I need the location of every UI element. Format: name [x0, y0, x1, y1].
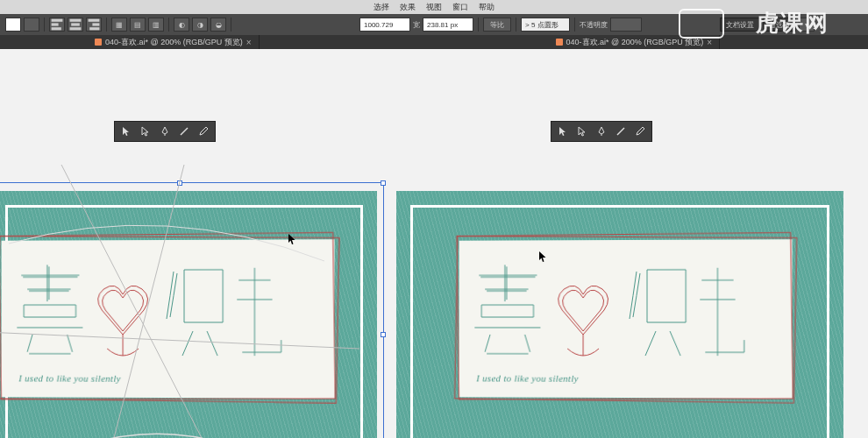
- artwork-background: I used to like you silently: [0, 191, 377, 438]
- svg-line-26: [182, 331, 193, 356]
- floating-toolbar-right[interactable]: [551, 121, 652, 142]
- width-field[interactable]: 238.81 px: [423, 18, 473, 32]
- fill-swatch[interactable]: [5, 18, 21, 32]
- align-right-icon[interactable]: [86, 18, 102, 32]
- width-label: 宽: [413, 20, 420, 30]
- artwork-card: I used to like you silently: [2, 239, 335, 399]
- align-center-icon[interactable]: [68, 18, 83, 32]
- svg-rect-8: [89, 27, 99, 30]
- tool-icon[interactable]: ▥: [148, 18, 164, 32]
- document-tab-right[interactable]: 040-喜欢.ai* @ 200% (RGB/GPU 预览) ×: [549, 35, 721, 49]
- direct-select-icon[interactable]: [139, 125, 152, 138]
- selection-handle[interactable]: [381, 332, 386, 337]
- tool-icon[interactable]: ◑: [192, 18, 208, 32]
- artwork-characters: [17, 265, 288, 362]
- opacity-label: 不透明度: [580, 20, 608, 30]
- artwork-subtitle: I used to like you silently: [18, 373, 121, 384]
- dropdown-icon[interactable]: ▾: [799, 18, 815, 32]
- brush-tool-icon[interactable]: [178, 125, 190, 138]
- brush-field[interactable]: > 5 点圆形: [521, 18, 570, 32]
- svg-rect-3: [70, 19, 82, 22]
- separator: [106, 18, 107, 32]
- separator: [168, 18, 169, 32]
- pencil-tool-icon[interactable]: [634, 125, 646, 138]
- selection-tool-icon[interactable]: [120, 125, 132, 138]
- separator: [478, 18, 479, 32]
- pencil-tool-icon[interactable]: [197, 125, 210, 138]
- tool-icon[interactable]: ◐: [174, 18, 189, 32]
- separator: [574, 18, 575, 32]
- selection-handle[interactable]: [177, 180, 182, 186]
- separator: [231, 18, 231, 32]
- options-bar: ▦ ▤ ▥ ◐ ◑ ◒ 1000.729 宽 238.81 px 等比 > 5 …: [0, 14, 868, 35]
- x-coord-field[interactable]: 1000.729: [359, 18, 410, 32]
- artwork-subtitle: I used to like you silently: [476, 373, 579, 384]
- align-mode-button[interactable]: 等比: [483, 18, 511, 32]
- svg-rect-2: [52, 27, 61, 30]
- tab-label: 040-喜欢.ai* @ 200% (RGB/GPU 预览): [566, 37, 704, 48]
- document-tab-left[interactable]: 040-喜欢.ai* @ 200% (RGB/GPU 预览) ×: [88, 35, 260, 49]
- selection-handle[interactable]: [381, 180, 386, 186]
- align-left-icon[interactable]: [49, 18, 65, 32]
- svg-rect-4: [71, 23, 80, 25]
- menu-effect[interactable]: 效果: [400, 2, 416, 13]
- file-icon: [556, 39, 563, 46]
- svg-rect-7: [92, 23, 99, 25]
- tool-icon[interactable]: ◒: [210, 18, 226, 32]
- svg-line-54: [670, 331, 680, 356]
- menu-view[interactable]: 视图: [426, 2, 442, 13]
- stroke-swatch[interactable]: [24, 18, 39, 32]
- separator: [516, 18, 516, 32]
- canvas-workspace[interactable]: I used to like you silently: [0, 49, 868, 438]
- direct-select-icon[interactable]: [576, 125, 588, 138]
- svg-line-27: [207, 331, 217, 356]
- artwork-background: I used to like you silently: [396, 191, 843, 438]
- svg-rect-6: [89, 19, 100, 22]
- document-tabs: 040-喜欢.ai* @ 200% (RGB/GPU 预览) × 040-喜欢.…: [0, 35, 868, 49]
- tool-icon[interactable]: ▦: [111, 18, 127, 32]
- svg-line-53: [645, 331, 656, 356]
- artwork-left-view[interactable]: I used to like you silently: [0, 191, 377, 438]
- tool-icon[interactable]: ▤: [130, 18, 146, 32]
- prefs-button[interactable]: 首选项: [763, 18, 796, 32]
- close-icon[interactable]: ×: [707, 38, 712, 47]
- pen-tool-icon[interactable]: [595, 125, 608, 138]
- selection-tool-icon[interactable]: [557, 125, 569, 138]
- svg-rect-1: [52, 23, 59, 25]
- tab-label: 040-喜欢.ai* @ 200% (RGB/GPU 预览): [105, 37, 243, 48]
- opacity-dropdown[interactable]: [610, 18, 642, 32]
- artwork-card: I used to like you silently: [459, 239, 793, 399]
- menu-window[interactable]: 窗口: [452, 2, 468, 13]
- doc-setup-button[interactable]: 文档设置: [720, 18, 760, 32]
- artwork-characters: [474, 265, 764, 362]
- artwork-right-view[interactable]: I used to like you silently: [396, 191, 843, 438]
- menu-help[interactable]: 帮助: [479, 2, 494, 13]
- floating-toolbar-left[interactable]: [114, 121, 216, 142]
- menu-select[interactable]: 选择: [374, 2, 389, 13]
- close-icon[interactable]: ×: [246, 38, 252, 47]
- brush-tool-icon[interactable]: [615, 125, 627, 138]
- svg-rect-5: [70, 27, 82, 30]
- pen-tool-icon[interactable]: [159, 125, 171, 138]
- svg-rect-0: [52, 19, 63, 22]
- separator: [44, 18, 45, 32]
- file-icon: [95, 39, 102, 46]
- app-menu-bar: 选择 效果 视图 窗口 帮助: [0, 0, 868, 14]
